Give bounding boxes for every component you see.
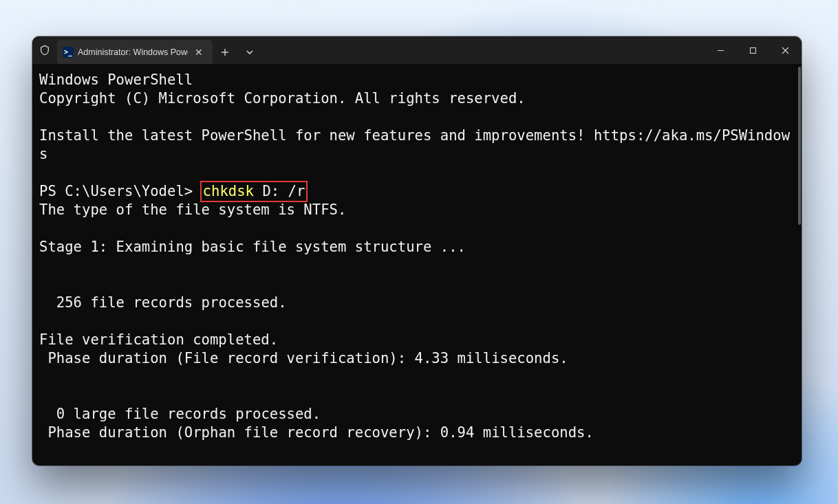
tab-active[interactable]: >_ Administrator: Windows Powe ✕: [57, 40, 213, 64]
output-line: 0 large file records processed.: [39, 406, 321, 422]
scrollbar-thumb[interactable]: [798, 67, 801, 225]
terminal-buffer: Windows PowerShell Copyright (C) Microso…: [32, 64, 802, 449]
terminal-viewport[interactable]: Windows PowerShell Copyright (C) Microso…: [32, 64, 802, 465]
tab-close-button[interactable]: ✕: [192, 45, 206, 60]
tab-title: Administrator: Windows Powe: [78, 47, 188, 57]
output-line: Stage 1: Examining basic file system str…: [39, 239, 466, 255]
prompt-text: PS C:\Users\Yodel>: [39, 183, 193, 199]
command-args: D: /r: [262, 183, 305, 199]
new-tab-button[interactable]: [213, 40, 237, 64]
close-button[interactable]: [769, 36, 802, 64]
powershell-icon: >_: [63, 47, 74, 58]
ps-header-line: Windows PowerShell: [39, 72, 193, 88]
output-line: 256 file records processed.: [39, 294, 287, 311]
command-highlight-box: chkdsk D: /r: [200, 181, 308, 202]
minimize-button[interactable]: [705, 36, 737, 64]
window-controls: [705, 36, 802, 64]
command-name: chkdsk: [203, 183, 254, 199]
maximize-button[interactable]: [737, 36, 769, 64]
output-line: File verification completed.: [39, 331, 278, 348]
output-line: The type of the file system is NTFS.: [39, 201, 346, 218]
output-line: Phase duration (File record verification…: [39, 350, 568, 366]
terminal-window: >_ Administrator: Windows Powe ✕: [32, 36, 802, 465]
title-bar: >_ Administrator: Windows Powe ✕: [32, 36, 802, 64]
svg-rect-0: [751, 47, 756, 53]
desktop-background: >_ Administrator: Windows Powe ✕: [0, 0, 838, 504]
ps-copyright-line: Copyright (C) Microsoft Corporation. All…: [39, 90, 526, 107]
output-line: Phase duration (Orphan file record recov…: [39, 424, 594, 441]
ps-install-hint: Install the latest PowerShell for new fe…: [39, 127, 790, 162]
tab-dropdown-button[interactable]: [237, 40, 262, 64]
admin-shield-icon: [32, 36, 57, 64]
